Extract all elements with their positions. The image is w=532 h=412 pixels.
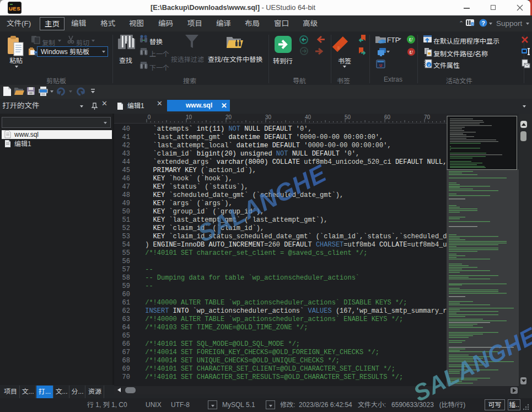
svg-text:0: 0 [148, 114, 151, 120]
svg-text:40: 40 [305, 114, 311, 120]
svg-text:20: 20 [225, 114, 232, 120]
svg-text:U: U [409, 50, 413, 55]
svg-text:50: 50 [345, 114, 351, 120]
svg-text:60: 60 [384, 114, 391, 120]
svg-text:70: 70 [424, 114, 431, 120]
svg-text:?: ? [481, 20, 485, 26]
svg-text:U: U [379, 63, 382, 67]
svg-text:i: i [428, 63, 429, 67]
svg-text:30: 30 [265, 114, 272, 120]
svg-text:U: U [409, 37, 413, 42]
svg-text:10: 10 [186, 114, 192, 120]
